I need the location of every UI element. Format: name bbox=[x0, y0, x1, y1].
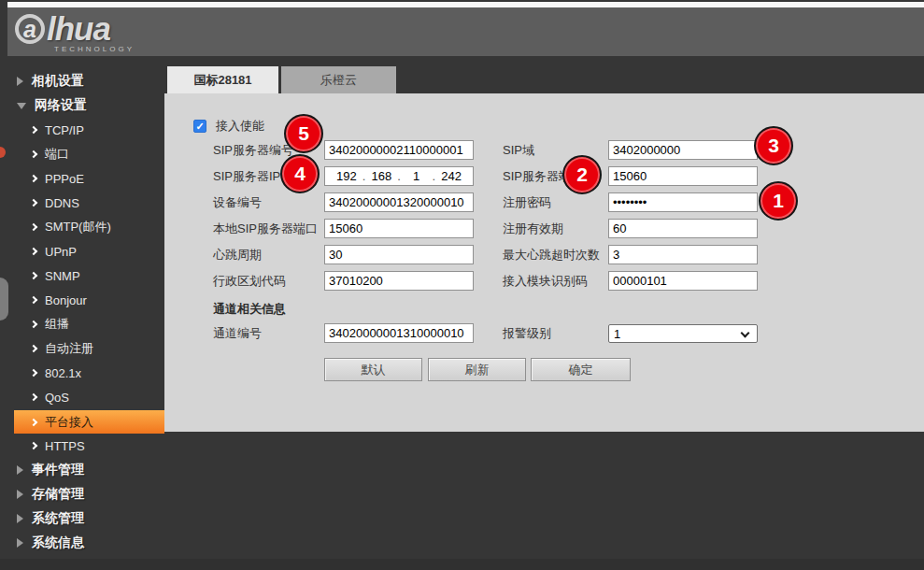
sidebar-item-multicast[interactable]: 组播 bbox=[0, 312, 164, 336]
sidebar-item-bonjour[interactable]: Bonjour bbox=[0, 288, 164, 312]
left-edge-drawer-handle[interactable] bbox=[0, 278, 8, 321]
access-module-id-row: 接入模块识别码 bbox=[503, 271, 758, 291]
chevron-right-icon bbox=[30, 345, 37, 352]
annotation-circle-2: 2 bbox=[562, 155, 602, 194]
register-validity-input[interactable] bbox=[608, 219, 758, 238]
sidebar-item-8021x[interactable]: 802.1x bbox=[0, 361, 164, 385]
device-id-row: 设备编号 bbox=[213, 192, 474, 212]
sip-domain-input[interactable] bbox=[608, 140, 758, 160]
enable-access-checkbox[interactable]: ✓ bbox=[193, 120, 206, 133]
logo-subtitle: TECHNOLOGY bbox=[54, 45, 135, 53]
chevron-right-icon bbox=[30, 248, 37, 255]
heartbeat-period-input[interactable] bbox=[324, 245, 474, 264]
region-code-input[interactable] bbox=[324, 271, 474, 291]
dahua-web-config-page: a lhua TECHNOLOGY 相机设置 网络设置 TCP/IP 端口 PP… bbox=[0, 0, 924, 570]
enable-access-label: 接入使能 bbox=[216, 118, 264, 135]
logo-a-ring-icon: a bbox=[15, 14, 45, 44]
collapsed-arrow-icon bbox=[17, 514, 23, 523]
sidebar-item-https[interactable]: HTTPS bbox=[0, 434, 164, 458]
sip-server-port-row: SIP服务器端口 bbox=[503, 166, 758, 186]
annotation-circle-5: 5 bbox=[284, 114, 323, 153]
register-password-label: 注册密码 bbox=[503, 194, 608, 211]
collapsed-arrow-icon bbox=[17, 77, 23, 86]
device-id-input[interactable] bbox=[324, 192, 474, 212]
sip-domain-label: SIP域 bbox=[503, 142, 608, 159]
heartbeat-period-row: 心跳周期 bbox=[213, 245, 474, 264]
sip-server-ip-row: SIP服务器IP 192 . 168 . 1 . 242 bbox=[213, 166, 474, 186]
dahua-logo: a lhua TECHNOLOGY bbox=[15, 10, 135, 53]
default-button[interactable]: 默认 bbox=[324, 358, 422, 381]
sidebar-item-tcpip[interactable]: TCP/IP bbox=[0, 118, 164, 142]
annotation-circle-1: 1 bbox=[759, 181, 798, 221]
sidebar-item-storage-management[interactable]: 存储管理 bbox=[0, 482, 164, 506]
expanded-arrow-icon bbox=[17, 103, 26, 109]
sidebar-item-qos[interactable]: QoS bbox=[0, 385, 164, 409]
register-validity-label: 注册有效期 bbox=[503, 221, 608, 237]
local-sip-port-input[interactable] bbox=[324, 219, 474, 238]
sidebar-item-smtp[interactable]: SMTP(邮件) bbox=[0, 215, 164, 239]
device-id-label: 设备编号 bbox=[213, 194, 324, 211]
access-module-id-input[interactable] bbox=[608, 271, 758, 291]
tab-gb28181[interactable]: 国标28181 bbox=[167, 66, 278, 93]
channel-id-row: 通道编号 bbox=[213, 323, 474, 343]
chevron-right-icon bbox=[30, 223, 37, 231]
sidebar-item-network-settings[interactable]: 网络设置 bbox=[0, 93, 164, 118]
alarm-level-label: 报警级别 bbox=[503, 325, 608, 342]
chevron-right-icon bbox=[30, 272, 37, 279]
sidebar-item-ddns[interactable]: DDNS bbox=[0, 191, 164, 215]
sidebar-item-pppoe[interactable]: PPPoE bbox=[0, 166, 164, 191]
max-heartbeat-timeout-label: 最大心跳超时次数 bbox=[503, 247, 608, 264]
sidebar-item-system-management[interactable]: 系统管理 bbox=[0, 506, 164, 531]
sidebar-item-port[interactable]: 端口 bbox=[0, 142, 164, 166]
tab-lechengyun[interactable]: 乐橙云 bbox=[281, 66, 396, 93]
footer-strip bbox=[0, 559, 924, 570]
local-sip-port-label: 本地SIP服务器端口 bbox=[213, 221, 324, 237]
chevron-down-icon bbox=[741, 329, 750, 338]
channel-id-label: 通道编号 bbox=[213, 325, 324, 342]
chevron-right-icon bbox=[30, 126, 37, 134]
register-password-row: 注册密码 bbox=[503, 192, 758, 212]
channel-section-title: 通道相关信息 bbox=[213, 301, 286, 318]
sidebar-item-snmp[interactable]: SNMP bbox=[0, 264, 164, 288]
sidebar-item-system-info[interactable]: 系统信息 bbox=[0, 531, 164, 555]
register-password-input[interactable] bbox=[608, 192, 758, 212]
sidebar-item-platform-access[interactable]: 平台接入 bbox=[14, 410, 164, 434]
chevron-right-icon bbox=[30, 369, 37, 377]
heartbeat-period-label: 心跳周期 bbox=[213, 247, 324, 264]
sidebar-nav: 相机设置 网络设置 TCP/IP 端口 PPPoE DDNS SMTP(邮件) bbox=[0, 69, 164, 555]
region-code-row: 行政区划代码 bbox=[213, 271, 474, 291]
confirm-button[interactable]: 确定 bbox=[531, 358, 631, 381]
chevron-right-icon bbox=[30, 418, 37, 425]
local-sip-port-row: 本地SIP服务器端口 bbox=[213, 219, 474, 238]
sidebar-item-camera-settings[interactable]: 相机设置 bbox=[0, 69, 164, 93]
chevron-right-icon bbox=[30, 199, 37, 207]
sip-server-id-input[interactable] bbox=[324, 140, 474, 160]
chevron-right-icon bbox=[30, 296, 37, 304]
refresh-button[interactable]: 刷新 bbox=[428, 358, 526, 381]
sidebar-item-event-management[interactable]: 事件管理 bbox=[0, 458, 164, 482]
max-heartbeat-timeout-input[interactable] bbox=[608, 245, 758, 264]
collapsed-arrow-icon bbox=[17, 465, 23, 475]
chevron-right-icon bbox=[30, 321, 37, 328]
header-banner: a lhua TECHNOLOGY bbox=[7, 7, 924, 56]
enable-access-row: ✓ 接入使能 bbox=[193, 118, 264, 135]
alarm-level-select[interactable]: 1 bbox=[608, 324, 758, 343]
sidebar-item-auto-register[interactable]: 自动注册 bbox=[0, 336, 164, 361]
logo-wordmark: lhua bbox=[47, 10, 110, 48]
sip-server-ip-input[interactable]: 192 . 168 . 1 . 242 bbox=[324, 166, 474, 186]
collapsed-arrow-icon bbox=[17, 490, 23, 499]
chevron-right-icon bbox=[30, 150, 37, 158]
access-module-id-label: 接入模块识别码 bbox=[503, 273, 608, 290]
annotation-circle-4: 4 bbox=[280, 154, 320, 193]
sidebar-item-upnp[interactable]: UPnP bbox=[0, 239, 164, 264]
chevron-right-icon bbox=[30, 442, 37, 449]
sip-server-port-input[interactable] bbox=[608, 166, 758, 186]
channel-id-input[interactable] bbox=[324, 323, 474, 343]
annotation-circle-3: 3 bbox=[754, 126, 793, 165]
collapsed-arrow-icon bbox=[17, 538, 23, 548]
sip-server-id-row: SIP服务器编号 bbox=[213, 140, 474, 160]
max-heartbeat-timeout-row: 最大心跳超时次数 bbox=[503, 245, 758, 264]
chevron-right-icon bbox=[30, 175, 37, 182]
region-code-label: 行政区划代码 bbox=[213, 273, 324, 290]
chevron-right-icon bbox=[30, 393, 37, 401]
